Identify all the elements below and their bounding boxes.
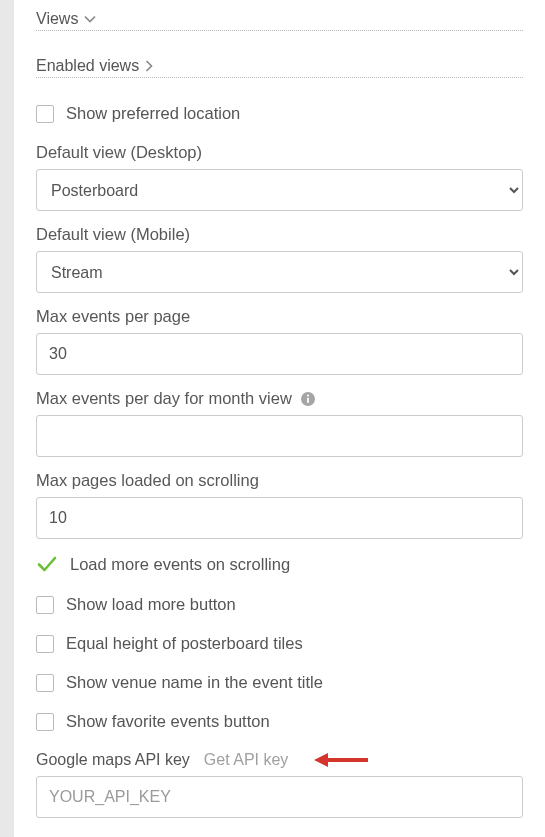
arrow-annotation-icon (314, 751, 370, 769)
max-pages-scroll-label: Max pages loaded on scrolling (36, 471, 523, 490)
show-load-more-button-checkbox[interactable]: Show load more button (36, 595, 523, 614)
google-maps-api-label-row: Google maps API key Get API key (36, 751, 523, 769)
max-events-day-month-input[interactable] (36, 415, 523, 457)
checkbox-label: Show venue name in the event title (66, 673, 323, 692)
show-venue-in-title-checkbox[interactable]: Show venue name in the event title (36, 673, 523, 692)
checkbox-box (36, 713, 54, 731)
svg-rect-1 (307, 397, 309, 402)
settings-panel: Views Enabled views Show preferred locat… (14, 0, 545, 837)
enabled-views-label: Enabled views (36, 57, 139, 75)
chevron-right-icon (145, 60, 153, 72)
default-view-mobile-label: Default view (Mobile) (36, 225, 523, 244)
default-view-mobile-select[interactable]: Stream (36, 251, 523, 293)
equal-height-tiles-checkbox[interactable]: Equal height of posterboard tiles (36, 634, 523, 653)
views-collapse-toggle[interactable]: Views (36, 10, 523, 31)
svg-point-2 (307, 394, 309, 396)
show-preferred-location-checkbox[interactable]: Show preferred location (36, 104, 523, 123)
checkbox-label: Show preferred location (66, 104, 240, 123)
checkbox-box (36, 635, 54, 653)
svg-marker-4 (314, 753, 328, 767)
checkbox-label: Show load more button (66, 595, 236, 614)
google-maps-api-label: Google maps API key (36, 751, 190, 769)
checkbox-label: Equal height of posterboard tiles (66, 634, 303, 653)
checkbox-label: Show favorite events button (66, 712, 270, 731)
max-events-page-label: Max events per page (36, 307, 523, 326)
google-maps-api-key-input[interactable] (36, 776, 523, 818)
left-gutter (0, 0, 14, 837)
checkbox-label: Load more events on scrolling (70, 555, 290, 574)
checkbox-box (36, 674, 54, 692)
enabled-views-link[interactable]: Enabled views (36, 57, 523, 78)
default-view-desktop-select[interactable]: Posterboard (36, 169, 523, 211)
get-api-key-link[interactable]: Get API key (204, 751, 288, 769)
check-icon (36, 553, 58, 575)
chevron-down-icon (84, 15, 96, 23)
load-more-on-scroll-checkbox[interactable]: Load more events on scrolling (36, 553, 523, 575)
checkbox-box (36, 596, 54, 614)
show-favorite-button-checkbox[interactable]: Show favorite events button (36, 712, 523, 731)
default-view-desktop-label: Default view (Desktop) (36, 143, 523, 162)
info-icon[interactable] (300, 391, 316, 407)
views-label: Views (36, 10, 78, 28)
max-events-page-input[interactable] (36, 333, 523, 375)
max-pages-scroll-input[interactable] (36, 497, 523, 539)
checkbox-box (36, 105, 54, 123)
checkbox-box-checked (36, 553, 58, 575)
max-events-day-month-label: Max events per day for month view (36, 389, 523, 408)
